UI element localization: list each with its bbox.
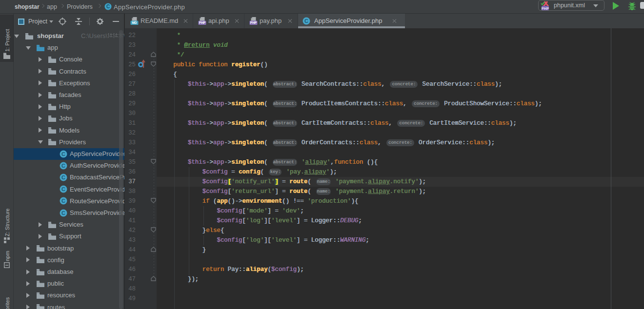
svg-text:PHP: PHP [542,6,549,11]
svg-text:PHP: PHP [199,21,206,24]
svg-text:C: C [106,4,110,9]
svg-text:C: C [61,151,65,157]
svg-text:PHP: PHP [250,21,257,24]
svg-text:C: C [61,186,65,192]
svg-text:MD: MD [132,21,137,24]
svg-text:C: C [61,163,65,169]
svg-text:C: C [304,18,308,24]
svg-text:C: C [61,210,65,216]
svg-text:C: C [61,198,65,204]
svg-text:C: C [61,174,65,180]
